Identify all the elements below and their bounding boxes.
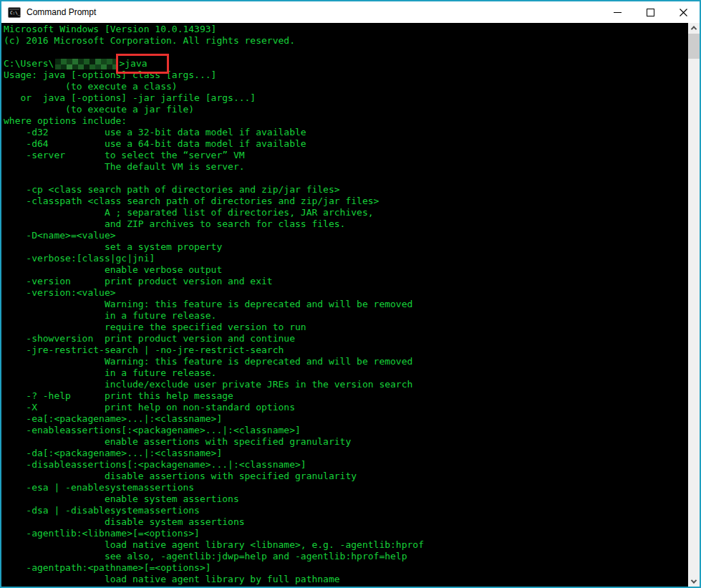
terminal-line: load native agent library by full pathna… (4, 574, 688, 585)
terminal-line: -jre-restrict-search | -no-jre-restrict-… (4, 344, 688, 356)
title-bar[interactable]: Command Prompt (1, 1, 700, 23)
terminal-line: -enableassertions[:<packagename>...|:<cl… (4, 425, 688, 436)
terminal-line: Warning: this feature is deprecated and … (4, 356, 688, 367)
scroll-down-arrow[interactable] (688, 577, 700, 587)
terminal-line: A ; separated list of directories, JAR a… (4, 207, 688, 218)
terminal-line: load native agent library <libname>, e.g… (4, 539, 688, 551)
terminal-line: -server to select the “server” VM (4, 150, 688, 161)
prompt-path: C:\Users\ (4, 58, 54, 69)
scrollbar[interactable] (688, 23, 700, 587)
maximize-icon (647, 9, 654, 16)
terminal-line: -showversion print product version and c… (4, 333, 688, 344)
terminal-line: -classpath <class search path of directo… (4, 196, 688, 207)
chevron-up-icon (691, 26, 697, 32)
maximize-button[interactable] (634, 1, 667, 23)
terminal-line: The default VM is server. (4, 161, 688, 173)
scrollbar-thumb[interactable] (688, 34, 700, 59)
window-title: Command Prompt (26, 7, 96, 17)
terminal-line: -da[:<packagename>...|:<classname>] (4, 448, 688, 459)
terminal-line: -version print product version and exit (4, 276, 688, 287)
minimize-icon (614, 9, 622, 16)
redacted-username-mosaic (55, 59, 117, 69)
scroll-up-arrow[interactable] (688, 23, 700, 33)
terminal-line: Usage: java [-options] class [args...] (4, 69, 688, 81)
typed-command: >java (119, 58, 147, 69)
terminal-line: Microsoft Windows [Version 10.0.14393] (4, 24, 688, 35)
terminal-line: disable assertions with specified granul… (4, 471, 688, 482)
terminal-line: enable verbose output (4, 264, 688, 276)
terminal-output: Microsoft Windows [Version 10.0.14393](c… (1, 23, 688, 587)
terminal-line: -version:<value> (4, 287, 688, 299)
terminal-line: require the specified version to run (4, 322, 688, 333)
terminal-line: -javaagent:<jarpath>[=<options>] (4, 585, 688, 587)
terminal-line: where options include: (4, 115, 688, 127)
terminal-line: include/exclude user private JREs in the… (4, 379, 688, 390)
window-controls (601, 1, 700, 23)
terminal-line: in a future release. (4, 367, 688, 379)
terminal-line: -dsa | -disablesystemassertions (4, 505, 688, 516)
terminal-line: (to execute a class) (4, 81, 688, 92)
terminal-line: -d64 use a 64-bit data model if availabl… (4, 138, 688, 150)
terminal-line: and ZIP archives to search for class fil… (4, 218, 688, 230)
close-button[interactable] (667, 1, 700, 23)
command-prompt-window: Command Prompt Microsoft Windows [Versio… (0, 0, 701, 588)
terminal-line (4, 47, 688, 58)
terminal-line: -esa | -enablesystemassertions (4, 482, 688, 493)
terminal-line: -agentpath:<pathname>[=<options>] (4, 562, 688, 574)
terminal-line: -d32 use a 32-bit data model if availabl… (4, 127, 688, 138)
terminal-line: see also, -agentlib:jdwp=help and -agent… (4, 551, 688, 562)
terminal-line: (c) 2016 Microsoft Corporation. All righ… (4, 35, 688, 47)
terminal-line: -D<name>=<value> (4, 230, 688, 241)
console-area[interactable]: Microsoft Windows [Version 10.0.14393](c… (1, 23, 700, 587)
close-icon (680, 9, 687, 16)
terminal-line: Warning: this feature is deprecated and … (4, 299, 688, 310)
terminal-line: -cp <class search path of directories an… (4, 184, 688, 196)
terminal-line: disable system assertions (4, 516, 688, 528)
terminal-line: -agentlib:<libname>[=<options>] (4, 528, 688, 539)
terminal-line: -? -help print this help message (4, 390, 688, 402)
terminal-line: -X print help on non-standard options (4, 402, 688, 413)
terminal-line: -disableassertions[:<packagename>...|:<c… (4, 459, 688, 471)
terminal-line: enable system assertions (4, 493, 688, 505)
terminal-line: -ea[:<packagename>...|:<classname>] (4, 413, 688, 425)
chevron-down-icon (691, 577, 697, 583)
terminal-line: or java [-options] -jar jarfile [args...… (4, 92, 688, 104)
terminal-line (4, 173, 688, 184)
terminal-line: (to execute a jar file) (4, 104, 688, 115)
terminal-line: in a future release. (4, 310, 688, 322)
terminal-line: enable assertions with specified granula… (4, 436, 688, 448)
terminal-line: set a system property (4, 241, 688, 253)
cmd-icon[interactable] (8, 7, 21, 18)
terminal-line: -verbose:[class|gc|jni] (4, 253, 688, 264)
prompt-line: C:\Users\ >java (4, 58, 688, 69)
minimize-button[interactable] (601, 1, 634, 23)
